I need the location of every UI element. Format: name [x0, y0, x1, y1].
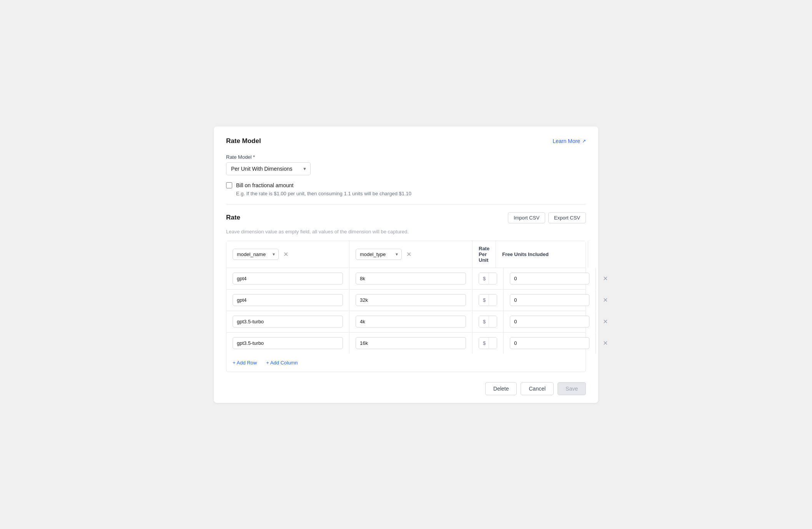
input-free-units-1[interactable]: [510, 273, 589, 284]
input-model-type-1[interactable]: [356, 273, 466, 284]
col-actions-header: [588, 241, 607, 268]
delete-row-4-button[interactable]: ✕: [601, 339, 609, 348]
table-row: $ ✕: [226, 333, 586, 354]
rate-input-wrapper-3: $: [479, 316, 497, 328]
save-button[interactable]: Save: [557, 382, 586, 395]
delete-button[interactable]: Delete: [485, 382, 517, 395]
input-free-units-2[interactable]: [510, 294, 589, 306]
input-model-type-3[interactable]: [356, 316, 466, 328]
add-row-col-area: + Add Row + Add Column: [226, 354, 586, 372]
external-link-icon: ↗: [582, 138, 586, 144]
rate-model-field: Rate Model * Per Unit Per Unit With Dime…: [226, 154, 586, 175]
rate-input-4[interactable]: [489, 338, 497, 349]
input-model-name-2[interactable]: [233, 294, 343, 306]
dollar-sign-4: $: [479, 338, 489, 349]
rate-table: model_name model_type ▼ ✕ model_name mod…: [226, 241, 586, 372]
card-title: Rate Model: [226, 137, 261, 145]
td-rate-2: $: [473, 289, 504, 311]
remove-col-model-name-button[interactable]: ✕: [282, 250, 290, 259]
bill-fractional-label: Bill on fractional amount: [236, 182, 293, 188]
td-model-type-4: [349, 333, 473, 354]
rate-input-2[interactable]: [489, 294, 497, 306]
delete-row-3-button[interactable]: ✕: [601, 317, 609, 326]
table-row: $ ✕: [226, 268, 586, 289]
delete-row-2-button[interactable]: ✕: [601, 296, 609, 304]
rate-section-title: Rate: [226, 214, 240, 221]
table-row: $ ✕: [226, 289, 586, 311]
td-delete-1: ✕: [596, 269, 614, 288]
import-csv-button[interactable]: Import CSV: [508, 212, 545, 223]
rate-per-unit-header-label: Rate Per Unit: [479, 246, 489, 263]
bill-fractional-hint: E.g. If the rate is $1.00 per unit, then…: [236, 191, 586, 196]
td-delete-2: ✕: [596, 291, 614, 309]
csv-buttons: Import CSV Export CSV: [508, 212, 586, 223]
bill-fractional-checkbox[interactable]: [226, 182, 232, 188]
bill-fractional-row: Bill on fractional amount: [226, 182, 586, 188]
td-rate-3: $: [473, 311, 504, 332]
td-delete-3: ✕: [596, 313, 614, 331]
dim-select-model-type[interactable]: model_name model_type: [356, 249, 402, 260]
input-model-name-3[interactable]: [233, 316, 343, 328]
col-free-units: Free Units Included: [496, 241, 588, 268]
rate-model-select-wrapper: Per Unit Per Unit With Dimensions Flat F…: [226, 162, 311, 175]
dollar-sign-1: $: [479, 273, 489, 284]
td-model-type-3: [349, 311, 473, 332]
td-free-units-4: [504, 333, 596, 354]
dim-select-model-name-wrapper: model_name model_type ▼: [233, 249, 279, 260]
td-model-name-3: [226, 311, 349, 332]
td-model-type-1: [349, 268, 473, 289]
dimension-note: Leave dimension value as empty field, al…: [226, 229, 586, 235]
footer-actions: Delete Cancel Save: [485, 382, 586, 395]
table-header: model_name model_type ▼ ✕ model_name mod…: [226, 241, 586, 268]
rate-input-wrapper-2: $: [479, 294, 497, 306]
dollar-sign-2: $: [479, 294, 489, 306]
remove-col-model-type-button[interactable]: ✕: [405, 250, 413, 259]
td-model-type-2: [349, 289, 473, 311]
rate-input-wrapper-4: $: [479, 337, 497, 349]
rate-model-label: Rate Model *: [226, 154, 586, 160]
table-row: $ ✕: [226, 311, 586, 333]
table-body: $ ✕: [226, 268, 586, 354]
cancel-button[interactable]: Cancel: [521, 382, 554, 395]
td-free-units-2: [504, 289, 596, 311]
learn-more-label: Learn More: [552, 138, 580, 144]
td-free-units-3: [504, 311, 596, 332]
input-model-type-2[interactable]: [356, 294, 466, 306]
input-free-units-3[interactable]: [510, 316, 589, 328]
free-units-header-label: Free Units Included: [502, 251, 549, 257]
rate-model-card: Rate Model Learn More ↗ Rate Model * Per…: [214, 126, 598, 403]
rate-input-1[interactable]: [489, 273, 497, 284]
col-rate-per-unit: Rate Per Unit: [473, 241, 496, 268]
export-csv-button[interactable]: Export CSV: [548, 212, 586, 223]
input-free-units-4[interactable]: [510, 337, 589, 349]
learn-more-link[interactable]: Learn More ↗: [552, 138, 586, 144]
td-model-name-4: [226, 333, 349, 354]
input-model-name-1[interactable]: [233, 273, 343, 284]
rate-input-wrapper-1: $: [479, 273, 497, 284]
td-rate-4: $: [473, 333, 504, 354]
delete-row-1-button[interactable]: ✕: [601, 274, 609, 283]
col-model-name: model_name model_type ▼ ✕: [226, 241, 349, 268]
td-model-name-2: [226, 289, 349, 311]
dollar-sign-3: $: [479, 316, 489, 327]
add-row-button[interactable]: + Add Row: [233, 360, 257, 366]
rate-model-select[interactable]: Per Unit Per Unit With Dimensions Flat F…: [226, 162, 311, 175]
col-model-type: model_name model_type ▼ ✕: [349, 241, 473, 268]
td-rate-1: $: [473, 268, 504, 289]
add-column-button[interactable]: + Add Column: [266, 360, 298, 366]
dim-select-model-type-wrapper: model_name model_type ▼: [356, 249, 402, 260]
input-model-type-4[interactable]: [356, 337, 466, 349]
input-model-name-4[interactable]: [233, 337, 343, 349]
rate-section-header: Rate Import CSV Export CSV: [226, 204, 586, 223]
td-delete-4: ✕: [596, 334, 614, 352]
rate-input-3[interactable]: [489, 316, 497, 327]
card-header: Rate Model Learn More ↗: [226, 137, 586, 145]
td-model-name-1: [226, 268, 349, 289]
dim-select-model-name[interactable]: model_name model_type: [233, 249, 279, 260]
td-free-units-1: [504, 268, 596, 289]
